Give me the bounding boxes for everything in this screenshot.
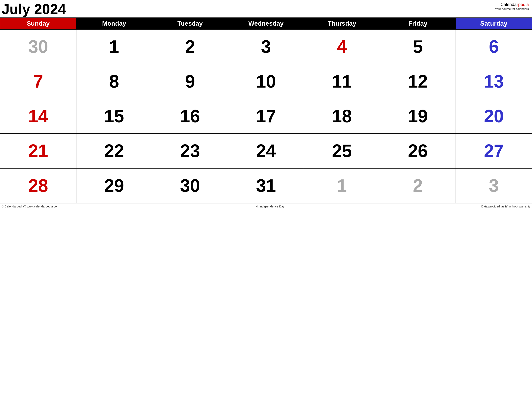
calendar-day-cell[interactable]: 27 [456, 134, 532, 168]
calendar-table: Sunday Monday Tuesday Wednesday Thursday… [0, 18, 532, 203]
calendar-day-cell[interactable]: 19 [380, 99, 456, 134]
calendar-footer: © Calendarpedia® www.calendarpedia.com 4… [0, 203, 532, 209]
calendar-day-cell[interactable]: 13 [456, 64, 532, 99]
brand-name: Calendarpedia [495, 2, 529, 7]
calendar-day-cell[interactable]: 20 [456, 99, 532, 134]
calendar-day-cell[interactable]: 10 [228, 64, 304, 99]
brand-accent: pedia [518, 2, 529, 7]
calendar-day-cell[interactable]: 5 [380, 29, 456, 64]
calendar-day-cell[interactable]: 30 [0, 29, 76, 64]
brand-logo: Calendarpedia Your source for calendars [495, 2, 529, 11]
calendar-day-cell[interactable]: 1 [76, 29, 152, 64]
header-wednesday: Wednesday [228, 18, 304, 29]
calendar-day-cell[interactable]: 25 [304, 134, 380, 168]
calendar-day-cell[interactable]: 29 [76, 168, 152, 203]
calendar-day-cell[interactable]: 17 [228, 99, 304, 134]
calendar-day-cell[interactable]: 4 [304, 29, 380, 64]
calendar-day-cell[interactable]: 26 [380, 134, 456, 168]
calendar-day-cell[interactable]: 3 [228, 29, 304, 64]
calendar-day-cell[interactable]: 2 [152, 29, 228, 64]
weekday-header-row: Sunday Monday Tuesday Wednesday Thursday… [0, 18, 532, 29]
calendar-week-row: 28293031123 [0, 168, 532, 203]
calendar-day-cell[interactable]: 2 [380, 168, 456, 203]
calendar-week-row: 78910111213 [0, 64, 532, 99]
calendar-day-cell[interactable]: 11 [304, 64, 380, 99]
calendar-week-row: 30123456 [0, 29, 532, 64]
calendar-day-cell[interactable]: 21 [0, 134, 76, 168]
calendar-day-cell[interactable]: 30 [152, 168, 228, 203]
calendar-week-row: 21222324252627 [0, 134, 532, 168]
calendar-day-cell[interactable]: 6 [456, 29, 532, 64]
header-sunday: Sunday [0, 18, 76, 29]
brand-tagline: Your source for calendars [495, 7, 529, 11]
calendar-day-cell[interactable]: 31 [228, 168, 304, 203]
calendar-day-cell[interactable]: 14 [0, 99, 76, 134]
calendar-week-row: 14151617181920 [0, 99, 532, 134]
footer-holiday: 4: Independence Day [256, 205, 285, 208]
calendar-day-cell[interactable]: 23 [152, 134, 228, 168]
footer-copyright: © Calendarpedia® www.calendarpedia.com [2, 205, 59, 208]
month-title: July 2024 [2, 2, 66, 16]
calendar-day-cell[interactable]: 7 [0, 64, 76, 99]
calendar-page: July 2024 Calendarpedia Your source for … [0, 0, 532, 209]
calendar-day-cell[interactable]: 18 [304, 99, 380, 134]
calendar-day-cell[interactable]: 9 [152, 64, 228, 99]
calendar-day-cell[interactable]: 22 [76, 134, 152, 168]
calendar-day-cell[interactable]: 24 [228, 134, 304, 168]
header-thursday: Thursday [304, 18, 380, 29]
calendar-day-cell[interactable]: 12 [380, 64, 456, 99]
header-monday: Monday [76, 18, 152, 29]
calendar-day-cell[interactable]: 16 [152, 99, 228, 134]
calendar-day-cell[interactable]: 15 [76, 99, 152, 134]
header-saturday: Saturday [456, 18, 532, 29]
calendar-header: July 2024 Calendarpedia Your source for … [0, 0, 532, 18]
calendar-day-cell[interactable]: 1 [304, 168, 380, 203]
calendar-day-cell[interactable]: 28 [0, 168, 76, 203]
calendar-day-cell[interactable]: 8 [76, 64, 152, 99]
footer-disclaimer: Data provided 'as is' without warranty [481, 205, 530, 208]
header-tuesday: Tuesday [152, 18, 228, 29]
header-friday: Friday [380, 18, 456, 29]
calendar-day-cell[interactable]: 3 [456, 168, 532, 203]
